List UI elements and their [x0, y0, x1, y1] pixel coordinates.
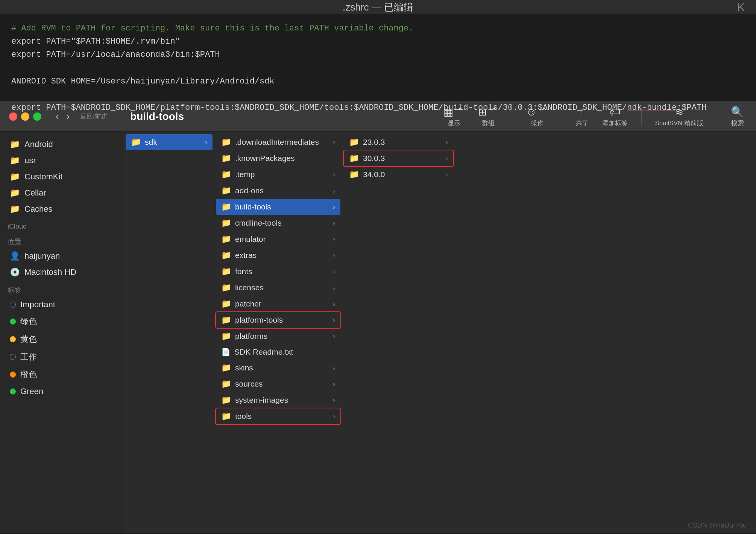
item-label: .knownPackages — [235, 154, 335, 163]
chevron-icon: › — [333, 300, 335, 308]
col3-v3400[interactable]: 📁 34.0.0 › — [344, 167, 453, 182]
col2-extras[interactable]: 📁 extras › — [216, 247, 340, 263]
chevron-icon: › — [333, 138, 335, 146]
folder-icon: 📁 — [221, 186, 231, 196]
section-label-location: 位置 — [0, 232, 124, 248]
folder-icon: 📁 — [221, 299, 231, 309]
folder-icon: 📁 — [221, 153, 231, 163]
col2-cmdlinetools[interactable]: 📁 cmdline-tools › — [216, 215, 340, 231]
terminal-title: .zshrc — 已编辑 — [343, 1, 413, 14]
folder-icon: 📁 — [221, 315, 231, 325]
item-label: sources — [235, 379, 329, 388]
col1-sdk[interactable]: 📁 sdk › — [126, 134, 213, 150]
col2-skins[interactable]: 📁 skins › — [216, 360, 340, 376]
col2-systemimages[interactable]: 📁 system-images › — [216, 392, 340, 408]
sidebar-item-important[interactable]: Important — [2, 297, 121, 313]
sidebar-item-yellow[interactable]: 黄色 — [2, 331, 121, 348]
col2-temp[interactable]: 📁 .temp › — [216, 167, 340, 182]
terminal-line-2: export PATH="$PATH:$HOME/.rvm/bin" — [11, 35, 745, 48]
sidebar-label: Cellar — [24, 188, 46, 198]
folder-icon: 📁 — [221, 331, 231, 341]
folder-icon: 📁 — [131, 137, 141, 147]
sidebar-item-green[interactable]: 绿色 — [2, 313, 121, 330]
terminal-content: # Add RVM to PATH for scripting. Make su… — [0, 14, 756, 122]
item-label: extras — [235, 251, 329, 260]
item-label: platform-tools — [235, 316, 329, 325]
item-label: platforms — [235, 332, 329, 341]
folder-icon: 📁 — [221, 267, 231, 276]
folder-icon: 📁 — [221, 395, 231, 405]
col2-knownPackages[interactable]: 📁 .knownPackages — [216, 150, 340, 166]
col2-tools[interactable]: 📁 tools › — [216, 408, 340, 424]
section-label-icloud: iCloud — [0, 217, 124, 232]
col2-patcher[interactable]: 📁 patcher › — [216, 296, 340, 312]
folder-icon: 📁 — [349, 153, 359, 163]
col2-addons[interactable]: 📁 add-ons › — [216, 183, 340, 199]
column-3: 📁 23.0.3 › 📁 30.0.3 › 📁 34.0.0 › — [342, 132, 455, 533]
col2-buildtools[interactable]: 📁 build-tools › — [216, 199, 340, 215]
sidebar-label: usr — [24, 156, 36, 165]
sidebar-label: 黄色 — [20, 334, 37, 345]
tag-dot-orange — [10, 372, 16, 378]
sidebar-item-orange[interactable]: 橙色 — [2, 366, 121, 383]
folder-icon: 📁 — [221, 137, 231, 147]
item-label: SDK Readme.txt — [234, 347, 335, 357]
tag-dot-none — [10, 302, 16, 308]
folder-icon: 📁 — [10, 188, 20, 198]
sidebar-item-cellar[interactable]: 📁 Cellar — [2, 185, 121, 201]
item-label: skins — [235, 363, 329, 372]
terminal-line-4 — [11, 62, 745, 75]
terminal-line-7: export PATH=$ANDROID_SDK_HOME/platform-t… — [11, 101, 745, 114]
sidebar-item-android[interactable]: 📁 Android — [2, 137, 121, 152]
col2-platforms[interactable]: 📁 platforms › — [216, 328, 340, 344]
item-label: fonts — [235, 267, 329, 276]
sidebar-label: CustomKit — [24, 172, 62, 182]
chevron-icon: › — [333, 268, 335, 276]
item-label: tools — [235, 412, 329, 421]
folder-icon: 📁 — [349, 137, 359, 147]
disk-icon: 💿 — [10, 267, 20, 277]
sidebar-label: Caches — [24, 204, 53, 214]
tag-dot-none — [10, 354, 16, 360]
column-2: 📁 .downloadIntermediates › 📁 .knownPacka… — [214, 132, 342, 533]
user-icon: 👤 — [10, 251, 20, 261]
terminal-section: .zshrc — 已编辑 K # Add RVM to PATH for scr… — [0, 0, 756, 102]
item-label: 34.0.0 — [363, 170, 442, 179]
item-label: cmdline-tools — [235, 218, 329, 228]
col2-fonts[interactable]: 📁 fonts › — [216, 264, 340, 279]
chevron-icon: › — [446, 171, 448, 179]
col2-sources[interactable]: 📁 sources › — [216, 376, 340, 392]
sidebar-label: Android — [24, 140, 53, 149]
item-label: licenses — [235, 283, 329, 292]
terminal-titlebar: .zshrc — 已编辑 K — [0, 0, 756, 14]
sidebar-item-usr[interactable]: 📁 usr — [2, 153, 121, 168]
item-label: 23.0.3 — [363, 138, 442, 147]
col2-licenses[interactable]: 📁 licenses › — [216, 280, 340, 296]
folder-icon: 📁 — [10, 140, 20, 149]
col2-sdkreadme[interactable]: 📄 SDK Readme.txt — [216, 344, 340, 360]
sidebar-label: Green — [20, 387, 43, 396]
folder-icon: 📁 — [221, 218, 231, 228]
sidebar-item-macintosh[interactable]: 💿 Macintosh HD — [2, 264, 121, 280]
sidebar-label: Important — [20, 300, 55, 309]
folder-icon: 📁 — [221, 379, 231, 389]
chevron-icon: › — [333, 413, 335, 420]
sidebar-item-caches[interactable]: 📁 Caches — [2, 201, 121, 217]
sidebar-item-haijunyan[interactable]: 👤 haijunyan — [2, 248, 121, 264]
sidebar-item-work[interactable]: 工作 — [2, 348, 121, 366]
sidebar-label: 工作 — [20, 351, 37, 363]
col2-downloadIntermediates[interactable]: 📁 .downloadIntermediates › — [216, 134, 340, 150]
corner-k: K — [737, 1, 745, 14]
chevron-icon: › — [446, 155, 448, 162]
sidebar-label: Macintosh HD — [24, 267, 76, 277]
tag-dot-yellow — [10, 336, 16, 342]
chevron-icon: › — [333, 316, 335, 324]
col3-v3003[interactable]: 📁 30.0.3 › — [344, 150, 453, 166]
sidebar-item-green2[interactable]: Green — [2, 384, 121, 399]
col2-emulator[interactable]: 📁 emulator › — [216, 231, 340, 247]
folder-icon: 📁 — [221, 170, 231, 179]
chevron-icon: › — [333, 380, 335, 388]
sidebar-item-customkit[interactable]: 📁 CustomKit — [2, 169, 121, 185]
col2-platformtools[interactable]: 📁 platform-tools › — [216, 312, 340, 328]
col3-v2303[interactable]: 📁 23.0.3 › — [344, 134, 453, 150]
